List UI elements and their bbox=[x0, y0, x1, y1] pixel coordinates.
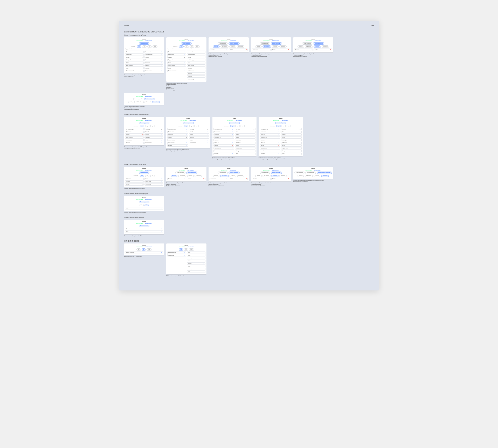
input[interactable]: Deductions bbox=[187, 75, 205, 78]
input[interactable]: Company reg. no. bbox=[260, 136, 280, 139]
input[interactable]: Contract length bbox=[144, 180, 163, 183]
input[interactable]: Section bbox=[167, 62, 186, 64]
input-prev-prompt[interactable]: Previous employment? bbox=[125, 70, 144, 72]
input[interactable]: End date bbox=[187, 178, 205, 180]
input[interactable]: End date bbox=[229, 178, 248, 180]
input[interactable]: Details bbox=[125, 230, 163, 233]
input[interactable]: Occupation bbox=[167, 178, 186, 180]
input[interactable]: Accountant bbox=[167, 144, 188, 147]
input[interactable]: Amount bbox=[187, 260, 205, 262]
input[interactable]: Projected income bbox=[235, 147, 256, 150]
input[interactable]: Trading name bbox=[260, 133, 280, 136]
input[interactable]: Business name bbox=[252, 49, 271, 51]
input-employer[interactable]: Employer name bbox=[125, 53, 144, 56]
input[interactable]: Nature of business bbox=[125, 136, 144, 139]
input[interactable]: Net monthly income bbox=[187, 53, 205, 56]
input[interactable]: Start date bbox=[213, 144, 234, 147]
input[interactable]: Accountant bbox=[125, 142, 144, 144]
input-deductions[interactable]: Deductions bbox=[144, 67, 163, 69]
pill-current[interactable]: Current employment bbox=[218, 42, 228, 45]
input[interactable]: Amount bbox=[187, 254, 205, 256]
input[interactable]: Self employment type bbox=[125, 128, 144, 130]
input[interactable]: SA302 figure bbox=[144, 136, 163, 139]
input[interactable]: Year ending bbox=[189, 128, 210, 130]
input[interactable]: State benefit type bbox=[167, 254, 186, 256]
input[interactable]: Salary bbox=[235, 131, 256, 133]
pill-1yr[interactable]: 1 yr bbox=[137, 45, 141, 48]
input[interactable]: Year ending bbox=[144, 128, 163, 130]
input[interactable]: Verified base pay bbox=[187, 59, 205, 61]
input[interactable]: Trading name bbox=[213, 133, 234, 136]
pill-3yr[interactable]: 3 yr bbox=[190, 45, 194, 48]
input[interactable]: Overtime bbox=[187, 56, 205, 58]
pill-no[interactable]: No bbox=[184, 248, 188, 251]
input[interactable]: Net profit bbox=[281, 136, 302, 139]
input[interactable]: Ownership % bbox=[167, 133, 188, 136]
input-commission[interactable]: Commission bbox=[144, 62, 163, 64]
input[interactable]: Projected income bbox=[144, 142, 163, 144]
input[interactable]: VAT reg. no. bbox=[260, 142, 280, 144]
pill-previous[interactable]: Previous employment bbox=[229, 42, 240, 45]
input[interactable]: Occupation bbox=[210, 49, 228, 51]
input[interactable]: Nature of business bbox=[167, 64, 186, 67]
pill-2yr[interactable]: 2 yr bbox=[184, 45, 189, 48]
input[interactable]: End date bbox=[229, 49, 248, 51]
input-bonus[interactable]: Bonus bbox=[144, 59, 163, 61]
input[interactable]: Business name bbox=[213, 131, 234, 133]
input[interactable]: Business name bbox=[125, 131, 144, 133]
input[interactable]: Dividends bbox=[235, 133, 256, 136]
input[interactable]: End date bbox=[271, 49, 290, 51]
input[interactable]: Accountant bbox=[213, 153, 234, 155]
input[interactable]: Time remaining bbox=[144, 183, 163, 186]
input[interactable]: SA302 figure bbox=[189, 136, 210, 139]
input[interactable]: Allowances bbox=[187, 72, 205, 75]
pill-3yr[interactable]: 3 yr bbox=[147, 45, 152, 48]
input-overtime[interactable]: Overtime bbox=[144, 56, 163, 58]
input[interactable]: Frequency bbox=[187, 262, 205, 265]
input[interactable]: Additional income type bbox=[167, 252, 186, 254]
input[interactable]: Start date bbox=[125, 183, 144, 186]
input[interactable]: Start date bbox=[167, 136, 188, 139]
input[interactable]: Year ending bbox=[235, 128, 256, 130]
input[interactable]: Salary bbox=[281, 131, 302, 133]
pill-other[interactable]: Other bbox=[189, 248, 194, 251]
pill-employed[interactable]: Employed bbox=[213, 45, 220, 48]
input[interactable]: Gross annual income bbox=[187, 51, 205, 53]
input[interactable]: Drawings bbox=[281, 150, 302, 152]
input[interactable]: Frequency bbox=[187, 268, 205, 270]
input[interactable]: Tax year bbox=[281, 144, 302, 147]
input[interactable]: Ownership % bbox=[213, 139, 234, 141]
input[interactable]: Verified base pay bbox=[187, 64, 205, 67]
input[interactable]: Start date bbox=[167, 56, 186, 58]
input[interactable]: Start date bbox=[125, 133, 144, 136]
filter-all-label[interactable]: ALL bbox=[371, 24, 374, 26]
input[interactable]: Self employment type bbox=[213, 128, 234, 130]
pill-self[interactable]: Self-employed bbox=[220, 45, 229, 48]
input[interactable]: Net profit bbox=[144, 131, 163, 133]
input[interactable]: Business name bbox=[260, 131, 280, 133]
input[interactable]: Years of accounts bbox=[260, 150, 280, 152]
input[interactable]: Day rate bbox=[144, 178, 163, 180]
input[interactable]: Pension income bbox=[125, 228, 163, 230]
input[interactable]: Nature of business bbox=[167, 139, 188, 141]
input[interactable]: Retained profit bbox=[281, 139, 302, 141]
input[interactable]: Occupation bbox=[252, 178, 271, 180]
input-occupation[interactable]: Occupation bbox=[125, 51, 144, 53]
input[interactable]: End date bbox=[271, 178, 290, 180]
pill-current[interactable]: Current employment bbox=[181, 42, 192, 45]
input[interactable]: Retained profit bbox=[235, 139, 256, 141]
input[interactable]: Tax year bbox=[235, 144, 256, 147]
input[interactable]: Employment basis bbox=[167, 59, 186, 61]
input-nature[interactable]: Nature of business bbox=[125, 64, 144, 67]
pill-other[interactable]: Other bbox=[153, 45, 158, 48]
input[interactable]: Year ending bbox=[281, 128, 302, 130]
input[interactable]: Accountant bbox=[260, 153, 280, 155]
input[interactable]: Bonus bbox=[187, 62, 205, 64]
input-prev-earn[interactable]: Previous earnings bbox=[144, 70, 163, 72]
input[interactable]: Tax year bbox=[144, 139, 163, 141]
input[interactable]: Tax year bbox=[189, 139, 210, 141]
input[interactable]: VAT reg. no. bbox=[213, 142, 234, 144]
input[interactable]: Details bbox=[167, 67, 186, 69]
input[interactable]: Commission bbox=[187, 67, 205, 69]
input-details[interactable]: Details bbox=[125, 67, 144, 69]
